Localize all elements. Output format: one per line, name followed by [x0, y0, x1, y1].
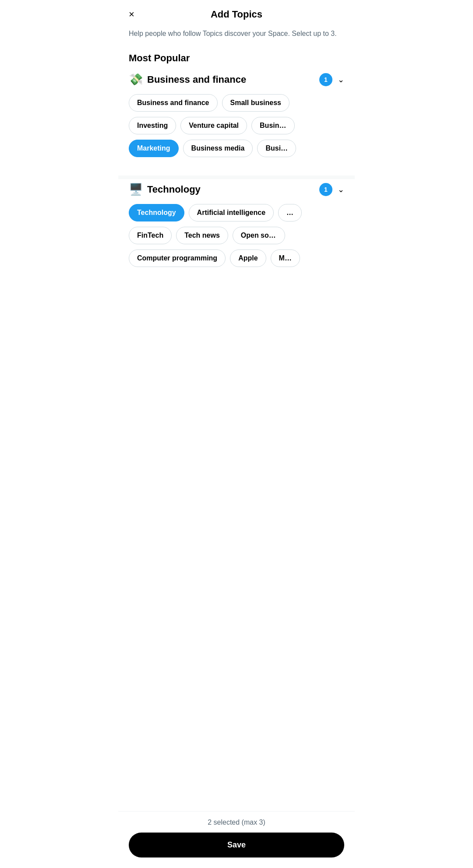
category-emoji-technology: 🖥️	[129, 183, 143, 196]
subtitle-text: Help people who follow Topics discover y…	[118, 25, 355, 49]
tag-business-1-0[interactable]: Investing	[129, 117, 176, 134]
tag-business-2-2[interactable]: Busi…	[257, 140, 296, 157]
footer: 2 selected (max 3) Save	[118, 811, 355, 868]
category-name-business: Business and finance	[147, 74, 319, 85]
most-popular-heading: Most Popular	[118, 49, 355, 73]
save-button[interactable]: Save	[129, 833, 344, 857]
tag-business-2-0[interactable]: Marketing	[129, 140, 179, 157]
tag-technology-0-0[interactable]: Technology	[129, 204, 184, 221]
category-emoji-business: 💸	[129, 73, 143, 86]
close-button[interactable]: ×	[129, 10, 134, 19]
tag-business-1-1[interactable]: Venture capital	[180, 117, 247, 134]
tag-technology-0-1[interactable]: Artificial intelligence	[189, 204, 274, 221]
tag-technology-2-1[interactable]: Apple	[230, 250, 266, 267]
categories-container: 💸Business and finance1⌄Business and fina…	[118, 73, 355, 285]
selected-count: 2 selected (max 3)	[129, 819, 344, 826]
tag-business-1-2[interactable]: Busin…	[251, 117, 294, 134]
category-name-technology: Technology	[147, 184, 319, 195]
tag-business-0-0[interactable]: Business and finance	[129, 94, 218, 112]
tag-row-technology-0: TechnologyArtificial intelligence…	[129, 204, 344, 221]
category-badge-technology: 1	[319, 183, 332, 196]
tag-technology-2-0[interactable]: Computer programming	[129, 250, 226, 267]
category-business: 💸Business and finance1⌄Business and fina…	[118, 73, 355, 176]
tag-technology-2-2[interactable]: M…	[271, 250, 300, 267]
tag-row-technology-2: Computer programmingAppleM…	[129, 250, 344, 267]
tag-business-0-1[interactable]: Small business	[222, 94, 290, 112]
section-divider	[118, 176, 355, 179]
category-technology: 🖥️Technology1⌄TechnologyArtificial intel…	[118, 183, 355, 285]
category-header-technology: 🖥️Technology1⌄	[129, 183, 344, 196]
category-header-business: 💸Business and finance1⌄	[129, 73, 344, 86]
tag-technology-1-2[interactable]: Open source	[233, 227, 285, 244]
page-header: × Add Topics	[118, 0, 355, 25]
tag-business-2-1[interactable]: Business media	[183, 140, 253, 157]
tag-technology-1-1[interactable]: Tech news	[176, 227, 228, 244]
tag-row-business-0: Business and financeSmall business	[129, 94, 344, 112]
tag-technology-1-0[interactable]: FinTech	[129, 227, 172, 244]
tag-row-business-1: InvestingVenture capitalBusin…	[129, 117, 344, 134]
category-badge-business: 1	[319, 73, 332, 86]
tag-technology-0-2[interactable]: …	[278, 204, 302, 221]
tag-row-technology-1: FinTechTech newsOpen source	[129, 227, 344, 244]
chevron-down-icon-business[interactable]: ⌄	[338, 75, 344, 84]
tag-row-business-2: MarketingBusiness mediaBusi…	[129, 140, 344, 157]
chevron-down-icon-technology[interactable]: ⌄	[338, 185, 344, 194]
page-title: Add Topics	[211, 9, 262, 20]
